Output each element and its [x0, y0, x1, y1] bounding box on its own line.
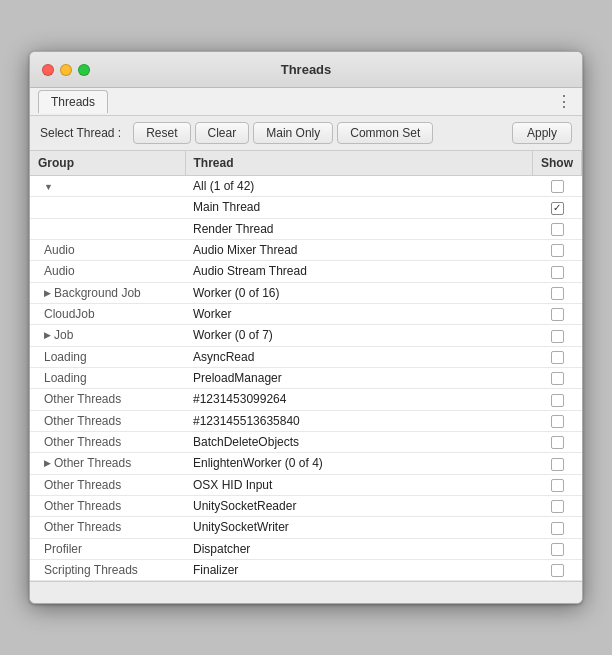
thread-cell: EnlightenWorker (0 of 4): [185, 453, 533, 474]
show-cell[interactable]: [533, 176, 582, 197]
group-cell: Scripting Threads: [30, 559, 185, 580]
group-label: CloudJob: [44, 307, 95, 321]
thread-cell: Dispatcher: [185, 538, 533, 559]
group-label: Scripting Threads: [44, 563, 138, 577]
table-row[interactable]: Other Threads#1231453099264: [30, 389, 582, 410]
show-cell[interactable]: [533, 261, 582, 282]
thread-cell: UnitySocketWriter: [185, 517, 533, 538]
show-checkbox[interactable]: [551, 415, 564, 428]
show-checkbox[interactable]: [551, 564, 564, 577]
group-label: Other Threads: [44, 414, 121, 428]
table-row[interactable]: Other Threads#123145513635840: [30, 410, 582, 431]
show-checkbox[interactable]: [551, 266, 564, 279]
apply-button[interactable]: Apply: [512, 122, 572, 144]
table-row[interactable]: LoadingPreloadManager: [30, 367, 582, 388]
show-cell[interactable]: [533, 367, 582, 388]
group-cell: Profiler: [30, 538, 185, 559]
group-cell: ▶Job: [30, 325, 185, 346]
group-cell: Loading: [30, 346, 185, 367]
table-row[interactable]: CloudJobWorker: [30, 303, 582, 324]
show-checkbox[interactable]: [551, 479, 564, 492]
group-label: Audio: [44, 243, 75, 257]
show-checkbox[interactable]: [551, 223, 564, 236]
thread-cell: BatchDeleteObjects: [185, 431, 533, 452]
table-row[interactable]: ▶JobWorker (0 of 7): [30, 325, 582, 346]
show-checkbox[interactable]: [551, 372, 564, 385]
table-row[interactable]: Other ThreadsUnitySocketReader: [30, 495, 582, 516]
window-title: Threads: [281, 62, 332, 77]
bottom-bar: [30, 581, 582, 603]
group-column-header: Group: [30, 151, 185, 176]
group-cell: Audio: [30, 261, 185, 282]
thread-table-container[interactable]: Group Thread Show ▼All (1 of 42)Main Thr…: [30, 151, 582, 581]
show-checkbox[interactable]: [551, 500, 564, 513]
show-cell[interactable]: [533, 346, 582, 367]
expand-icon[interactable]: ▶: [44, 288, 51, 298]
close-button[interactable]: [42, 64, 54, 76]
group-label: Profiler: [44, 542, 82, 556]
show-checkbox[interactable]: [551, 458, 564, 471]
show-cell[interactable]: [533, 239, 582, 260]
group-cell: Other Threads: [30, 517, 185, 538]
tab-menu-icon: ⋮: [556, 93, 574, 110]
thread-column-header: Thread: [185, 151, 533, 176]
table-row[interactable]: Other ThreadsBatchDeleteObjects: [30, 431, 582, 452]
group-label: Audio: [44, 264, 75, 278]
table-row[interactable]: ▶Other ThreadsEnlightenWorker (0 of 4): [30, 453, 582, 474]
show-checkbox[interactable]: [551, 394, 564, 407]
show-cell[interactable]: [533, 495, 582, 516]
table-row[interactable]: AudioAudio Stream Thread: [30, 261, 582, 282]
table-row[interactable]: AudioAudio Mixer Thread: [30, 239, 582, 260]
show-cell[interactable]: [533, 325, 582, 346]
show-checkbox[interactable]: [551, 180, 564, 193]
show-cell[interactable]: [533, 474, 582, 495]
show-cell[interactable]: [533, 431, 582, 452]
common-set-button[interactable]: Common Set: [337, 122, 433, 144]
table-row[interactable]: Scripting ThreadsFinalizer: [30, 559, 582, 580]
show-cell[interactable]: [533, 282, 582, 303]
tab-threads[interactable]: Threads: [38, 90, 108, 113]
tab-menu-button[interactable]: ⋮: [556, 92, 574, 111]
show-checkbox[interactable]: [551, 287, 564, 300]
show-checkbox[interactable]: [551, 543, 564, 556]
show-checkbox[interactable]: [551, 351, 564, 364]
table-row[interactable]: Other ThreadsUnitySocketWriter: [30, 517, 582, 538]
tab-threads-label: Threads: [51, 95, 95, 109]
table-row[interactable]: ProfilerDispatcher: [30, 538, 582, 559]
show-cell[interactable]: [533, 517, 582, 538]
table-row[interactable]: Other ThreadsOSX HID Input: [30, 474, 582, 495]
clear-button[interactable]: Clear: [195, 122, 250, 144]
show-checkbox[interactable]: [551, 308, 564, 321]
group-cell: [30, 197, 185, 218]
table-row[interactable]: LoadingAsyncRead: [30, 346, 582, 367]
show-cell[interactable]: [533, 538, 582, 559]
show-cell[interactable]: [533, 453, 582, 474]
group-label: Other Threads: [54, 456, 131, 470]
reset-button[interactable]: Reset: [133, 122, 190, 144]
expand-icon[interactable]: ▼: [44, 182, 53, 192]
maximize-button[interactable]: [78, 64, 90, 76]
show-cell[interactable]: [533, 303, 582, 324]
expand-icon[interactable]: ▶: [44, 458, 51, 468]
table-row[interactable]: ▼All (1 of 42): [30, 176, 582, 197]
show-checkbox[interactable]: [551, 522, 564, 535]
minimize-button[interactable]: [60, 64, 72, 76]
show-cell[interactable]: [533, 410, 582, 431]
show-checkbox[interactable]: [551, 330, 564, 343]
group-cell: CloudJob: [30, 303, 185, 324]
table-row[interactable]: Render Thread: [30, 218, 582, 239]
group-label: Background Job: [54, 286, 141, 300]
expand-icon[interactable]: ▶: [44, 330, 51, 340]
group-label: Other Threads: [44, 435, 121, 449]
show-cell[interactable]: [533, 559, 582, 580]
show-cell[interactable]: [533, 197, 582, 218]
show-checkbox[interactable]: [551, 436, 564, 449]
main-only-button[interactable]: Main Only: [253, 122, 333, 144]
show-cell[interactable]: [533, 218, 582, 239]
show-checkbox[interactable]: [551, 202, 564, 215]
table-row[interactable]: Main Thread: [30, 197, 582, 218]
table-row[interactable]: ▶Background JobWorker (0 of 16): [30, 282, 582, 303]
show-cell[interactable]: [533, 389, 582, 410]
group-cell: ▶Other Threads: [30, 453, 185, 474]
show-checkbox[interactable]: [551, 244, 564, 257]
